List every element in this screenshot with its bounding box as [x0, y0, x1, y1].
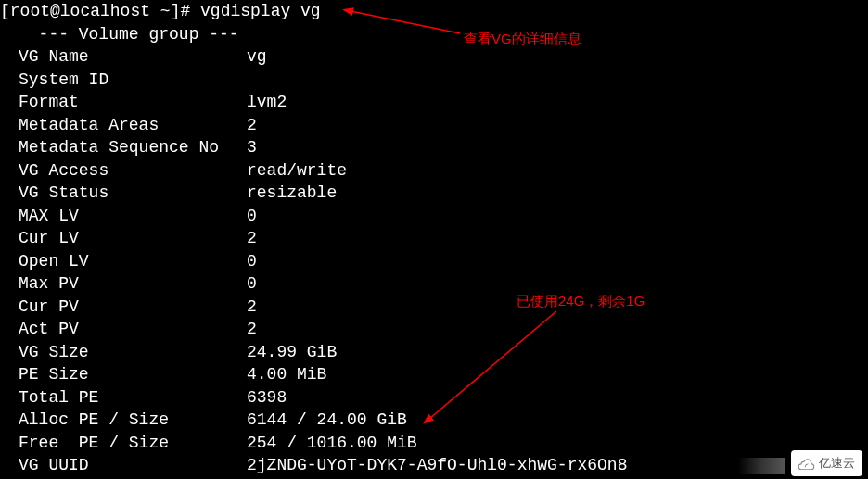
field-value: read/write [247, 159, 347, 183]
field-row: Metadata Sequence No3 [0, 136, 868, 159]
field-label: Open LV [19, 250, 247, 273]
field-label: Free PE / Size [19, 432, 247, 455]
field-row: MAX LV0 [0, 205, 868, 228]
field-row: VG Statusresizable [0, 182, 868, 205]
field-label: Format [19, 91, 247, 114]
field-label: PE Size [19, 363, 247, 386]
cloud-icon [797, 457, 815, 470]
field-row: System ID [0, 69, 868, 92]
field-value: 6144 / 24.00 GiB [247, 409, 407, 432]
field-label: Metadata Sequence No [19, 136, 247, 159]
field-value: 254 / 1016.00 MiB [247, 432, 417, 455]
field-label: Metadata Areas [19, 114, 247, 137]
field-row: Cur LV2 [0, 227, 868, 250]
field-value: 0 [247, 250, 257, 273]
field-label: Act PV [19, 318, 247, 341]
field-value: 3 [247, 136, 257, 159]
arrow-annotation-2 [422, 306, 570, 426]
uuid-obscured-area [738, 458, 785, 474]
arrow-annotation-1 [343, 6, 464, 39]
field-value: resizable [247, 182, 337, 205]
field-label: Cur LV [19, 227, 247, 250]
field-label: MAX LV [19, 205, 247, 228]
field-row: Free PE / Size254 / 1016.00 MiB [0, 432, 868, 455]
field-label: Cur PV [19, 296, 247, 319]
field-label: VG Name [19, 45, 247, 69]
svg-line-0 [351, 11, 460, 33]
field-value: 2 [247, 227, 257, 250]
field-label: Total PE [19, 386, 247, 410]
annotation-text-2: 已使用24G，剩余1G [517, 290, 645, 313]
field-value: 2 [247, 296, 257, 319]
field-value: vg [247, 45, 267, 69]
field-value: 0 [247, 272, 257, 296]
field-row: Max PV0 [0, 272, 868, 296]
field-label: VG UUID [19, 454, 247, 477]
field-value: 0 [247, 205, 257, 228]
field-label: System ID [19, 69, 247, 92]
field-label: VG Access [19, 159, 247, 183]
field-row: Formatlvm2 [0, 91, 868, 114]
field-value: 24.99 GiB [247, 341, 337, 364]
field-value: 2jZNDG-UYoT-DYK7-A9fO-Uhl0-xhwG-rx6On8 [247, 454, 627, 477]
field-value: 2 [247, 318, 257, 341]
field-value: lvm2 [247, 91, 287, 114]
field-label: Alloc PE / Size [19, 409, 247, 432]
field-value: 2 [247, 114, 257, 137]
annotation-text-1: 查看VG的详细信息 [464, 28, 581, 51]
field-row: VG Namevg [0, 45, 868, 69]
svg-line-1 [429, 311, 556, 419]
field-label: Max PV [19, 272, 247, 296]
watermark-text: 亿速云 [819, 452, 855, 475]
field-label: VG Status [19, 182, 247, 205]
field-row: VG Accessread/write [0, 159, 868, 183]
field-label: VG Size [19, 341, 247, 364]
field-value: 6398 [247, 386, 287, 410]
field-value: 4.00 MiB [247, 363, 326, 386]
field-row: Open LV0 [0, 250, 868, 273]
field-row: Metadata Areas2 [0, 114, 868, 137]
watermark: 亿速云 [791, 450, 862, 477]
